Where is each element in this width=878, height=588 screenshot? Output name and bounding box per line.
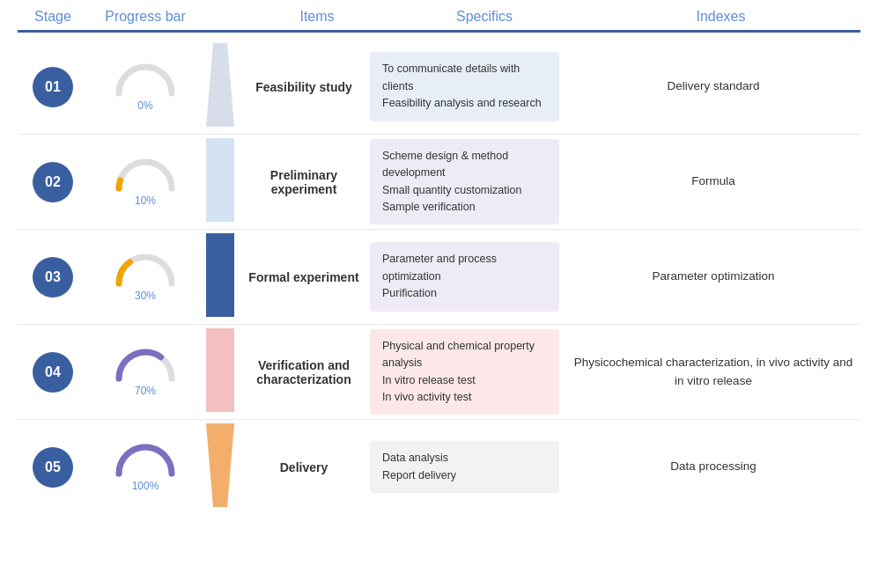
progress-cell: 100% (88, 443, 203, 492)
specifics-list: Parameter and process optimizationPurifi… (382, 251, 547, 302)
header-items: Items (247, 9, 387, 25)
bar-shape (206, 43, 234, 130)
stage-circle: 02 (33, 162, 73, 202)
semicircle-gauge (114, 158, 176, 198)
index-label: Parameter optimization (566, 268, 860, 285)
svg-rect-1 (206, 138, 234, 222)
svg-rect-3 (206, 328, 234, 412)
stage-circle: 05 (33, 447, 73, 488)
spec-item: Report delivery (382, 467, 547, 484)
spec-item: In vitro release test (382, 372, 547, 389)
table-row: 03 30% Formal experiment Parameter and p… (18, 230, 860, 325)
spec-item: Feasibility analysis and research (382, 95, 547, 112)
header-indexes: Indexes (581, 9, 860, 25)
specifics-box: Scheme design & method developmentSmall … (370, 139, 559, 225)
shape-cell (203, 328, 238, 415)
spec-item: In vivo activity test (382, 389, 547, 406)
item-label: Formal experiment (238, 270, 370, 284)
stage-circle: 01 (33, 67, 73, 107)
stage-cell: 03 (18, 257, 88, 298)
stage-cell: 02 (18, 162, 88, 202)
spec-item: Parameter and process optimization (382, 251, 547, 285)
progress-cell: 30% (88, 253, 203, 302)
stage-circle: 03 (33, 257, 73, 298)
specifics-list: Scheme design & method developmentSmall … (382, 148, 547, 217)
header-row: Stage Progress bar Items Specifics Index… (18, 9, 860, 33)
stage-cell: 01 (18, 67, 88, 107)
progress-cell: 0% (88, 62, 203, 112)
index-label: Data processing (566, 458, 860, 475)
specifics-box: Parameter and process optimizationPurifi… (370, 242, 559, 311)
semicircle-gauge (114, 62, 176, 103)
header-specifics: Specifics (387, 9, 581, 25)
spec-item: Purification (382, 285, 547, 302)
stage-cell: 05 (18, 447, 88, 488)
specifics-list: To communicate details with clientsFeasi… (382, 61, 547, 112)
pct-label: 70% (135, 385, 156, 397)
table-row: 01 0% Feasibility study To communicate d… (18, 40, 860, 135)
specifics-box: To communicate details with clientsFeasi… (370, 52, 559, 121)
shape-cell (203, 423, 238, 511)
specifics-box: Physical and chemical property analysisI… (370, 329, 559, 415)
header-stage: Stage (18, 9, 88, 25)
data-rows: 01 0% Feasibility study To communicate d… (18, 40, 860, 514)
shape-cell (203, 233, 238, 320)
bar-shape (206, 423, 234, 511)
header-progress: Progress bar (88, 9, 203, 25)
item-label: Verification and characterization (238, 358, 370, 386)
specifics-box: Data analysisReport delivery (370, 441, 559, 493)
spec-item: Physical and chemical property analysis (382, 338, 547, 372)
table-row: 05 100% Delivery Data analysisReport del… (18, 420, 860, 514)
pct-label: 30% (135, 290, 156, 302)
spec-item: Scheme design & method development (382, 148, 547, 182)
index-label: Formula (566, 173, 860, 190)
index-label: Delivery standard (566, 77, 860, 95)
stage-cell: 04 (18, 352, 88, 393)
shape-cell (203, 43, 238, 130)
semicircle-gauge (114, 253, 176, 293)
svg-marker-0 (206, 43, 234, 127)
specifics-list: Physical and chemical property analysisI… (382, 338, 547, 407)
index-label: Physicochemical characterization, in viv… (566, 354, 860, 390)
item-label: Preliminary experiment (238, 168, 370, 196)
item-label: Delivery (238, 460, 370, 474)
stage-circle: 04 (33, 352, 73, 393)
pct-label: 100% (132, 480, 159, 492)
bar-shape (206, 328, 234, 415)
progress-cell: 70% (88, 348, 203, 397)
bar-shape (206, 233, 234, 320)
main-container: Stage Progress bar Items Specifics Index… (0, 0, 878, 588)
spec-item: Small quantity customization (382, 182, 547, 199)
spec-item: To communicate details with clients (382, 61, 547, 95)
pct-label: 10% (135, 195, 156, 207)
table-row: 04 70% Verification and characterization… (18, 325, 860, 420)
specifics-list: Data analysisReport delivery (382, 450, 547, 484)
item-label: Feasibility study (238, 80, 370, 94)
shape-cell (203, 138, 238, 225)
table-row: 02 10% Preliminary experiment Scheme des… (18, 135, 860, 230)
spec-item: Sample verification (382, 199, 547, 216)
svg-rect-2 (206, 233, 234, 317)
semicircle-gauge (114, 348, 176, 388)
semicircle-gauge (114, 443, 176, 483)
spec-item: Data analysis (382, 450, 547, 467)
pct-label: 0% (137, 99, 152, 112)
progress-cell: 10% (88, 158, 203, 207)
bar-shape (206, 138, 234, 225)
svg-marker-4 (206, 423, 234, 507)
